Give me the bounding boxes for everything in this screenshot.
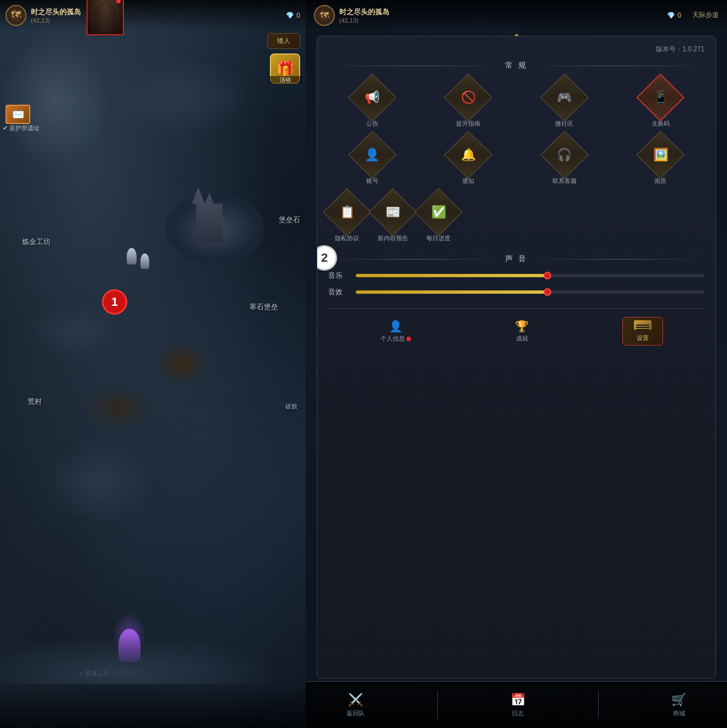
sound-divider-line-1 (328, 259, 500, 260)
broken-label: 破败 (285, 402, 297, 411)
privacy-icon-wrapper: 📋 (328, 193, 366, 231)
location-name: 时之尽头的孤岛 (31, 7, 81, 17)
achievement-tab[interactable]: 🏆 成就 (504, 317, 540, 346)
redeem-item[interactable]: 📱 兑换码 (617, 79, 705, 128)
quality-item[interactable]: 🖼️ 画质 (617, 136, 705, 185)
guide-icon: 🚫 (461, 90, 476, 105)
sfx-slider-row: 音效 (328, 287, 704, 297)
hamburger-icon (636, 325, 649, 326)
preview-item[interactable]: 📰 新内容预告 (374, 193, 411, 242)
return-label: 返回队 (346, 709, 365, 718)
check-shelter-icon: ✔ (3, 125, 8, 131)
log-icon: 📅 (511, 693, 525, 707)
support-item[interactable]: 🎧 联系客服 (520, 136, 609, 185)
return-btn[interactable]: ⚔️ 返回队 (338, 688, 373, 722)
settings-grid-row3: 📋 隐私协议 📰 新内容预告 ✅ 每日进度 (328, 193, 704, 242)
personal-info-tab[interactable]: 👤 个人信息 (370, 317, 422, 346)
right-location-name: 时之尽头的孤岛 (339, 7, 389, 17)
support-icon: 🎧 (557, 148, 572, 162)
daily-icon: ✅ (431, 205, 446, 219)
log-btn[interactable]: 📅 日志 (502, 688, 534, 722)
quality-icon: 🖼️ (653, 148, 668, 162)
left-panel: 🗺 时之尽头的孤岛 (42,13) 💎 0 矮人 🎁 活动 ✉️ ✔ 庇护所遗址… (0, 0, 306, 728)
right-panel: 🗺 时之尽头的孤岛 (42,13) 💎 0 天际步道 版本号：1.0.271 常… (306, 0, 727, 728)
shop-icon: 🛒 (671, 693, 686, 707)
sfx-label: 音效 (328, 287, 348, 297)
account-item[interactable]: 👤 账号 (328, 136, 416, 185)
sfx-slider-track[interactable] (356, 290, 704, 294)
privacy-icon: 📋 (340, 205, 355, 219)
achievement-icon: 🏆 (515, 320, 529, 333)
account-icon-wrapper: 👤 (354, 136, 391, 174)
music-slider-track[interactable] (356, 274, 704, 277)
currency-display: 💎 0 (286, 12, 300, 19)
divider-line-1 (328, 66, 500, 66)
music-slider-row: 音乐 (328, 271, 704, 281)
shop-btn[interactable]: 🛒 商城 (663, 688, 695, 722)
right-currency-icon: 💎 (667, 12, 675, 19)
nav-divider-1 (437, 691, 438, 719)
settings-icon-bar (634, 320, 652, 330)
settings-panel: 版本号：1.0.271 常 规 📢 公告 (317, 36, 716, 678)
notification-item[interactable]: 🔔 通知 (425, 136, 513, 185)
right-location-coords: (42,13) (339, 17, 389, 24)
sound-section-title: 声 音 (505, 254, 528, 264)
settings-grid-row1: 📢 公告 🚫 提升指南 🎮 (328, 79, 704, 128)
general-section-title: 常 规 (505, 61, 528, 71)
gem-icon: 💎 (286, 12, 294, 19)
general-divider: 常 规 (328, 61, 704, 71)
dwarf-button[interactable]: 矮人 (267, 33, 300, 49)
version-text: 版本号：1.0.271 (328, 45, 704, 54)
log-label: 日志 (512, 709, 524, 718)
location-info: 时之尽头的孤岛 (42,13) (31, 7, 81, 24)
mail-icon[interactable]: ✉️ (6, 105, 30, 124)
music-label: 音乐 (328, 271, 348, 281)
achievement-label: 成就 (516, 335, 528, 343)
announcement-item[interactable]: 📢 公告 (328, 79, 416, 128)
fortress-stone-label: 堡垒石 (279, 215, 300, 225)
community-item[interactable]: 🎮 微社区 (520, 79, 609, 128)
preview-icon: 📰 (386, 205, 400, 219)
top-right-actions: 矮人 🎁 活动 (267, 33, 300, 84)
announcement-icon: 📢 (365, 90, 379, 105)
preview-icon-wrapper: 📰 (374, 193, 411, 231)
gem-value: 0 (296, 12, 300, 19)
right-bottom-nav: ⚔️ 返回队 📅 日志 🛒 商城 (306, 681, 727, 728)
map-icon[interactable]: 🗺 (6, 5, 26, 26)
settings-inner: 版本号：1.0.271 常 规 📢 公告 (317, 36, 715, 354)
sfx-slider-thumb[interactable] (544, 288, 551, 296)
settings-grid-row2: 👤 账号 🔔 通知 🎧 联系客服 (328, 136, 704, 185)
guide-item[interactable]: 🚫 提升指南 (425, 79, 513, 128)
activity-gift-button[interactable]: 🎁 活动 (270, 53, 300, 84)
personal-info-icon: 👤 (389, 320, 403, 333)
settings-tab-label: 设置 (637, 334, 649, 342)
right-currency-value: 0 (677, 12, 681, 19)
currency-item-1: 💎 0 (286, 12, 300, 19)
nav-divider-2 (598, 691, 599, 719)
community-icon-wrapper: 🎮 (546, 79, 583, 116)
right-currency: 💎 0 (667, 12, 681, 19)
privacy-item[interactable]: 📋 隐私协议 (328, 193, 366, 242)
alchemy-label: 炼金工坊 (22, 237, 51, 247)
step-2-indicator: 2 (317, 245, 337, 271)
step-1-indicator: 1 (102, 289, 127, 315)
sound-divider: 声 音 (328, 254, 704, 264)
music-slider-thumb[interactable] (544, 272, 551, 279)
character-portrait[interactable] (86, 0, 124, 35)
daily-progress-item[interactable]: ✅ 每日进度 (420, 193, 457, 242)
personal-info-label-wrapper: 个人信息 (381, 335, 411, 343)
cold-fortress-label: 寒石堡垒 (249, 302, 278, 312)
support-icon-wrapper: 🎧 (546, 136, 583, 174)
personal-info-label: 个人信息 (381, 335, 405, 343)
left-header: 🗺 时之尽头的孤岛 (42,13) 💎 0 (0, 0, 306, 30)
return-icon: ⚔️ (348, 693, 363, 707)
notification-icon-wrapper: 🔔 (449, 136, 487, 174)
settings-tab-active[interactable]: 设置 (622, 317, 663, 346)
guide-icon-wrapper: 🚫 (449, 79, 487, 116)
left-bottom-nav (0, 684, 306, 728)
portrait-dot (116, 0, 121, 3)
right-map-icon[interactable]: 🗺 (314, 5, 335, 26)
divider-line-2 (533, 66, 704, 66)
redeem-icon: 📱 (653, 90, 668, 105)
sfx-slider-fill (356, 290, 547, 294)
